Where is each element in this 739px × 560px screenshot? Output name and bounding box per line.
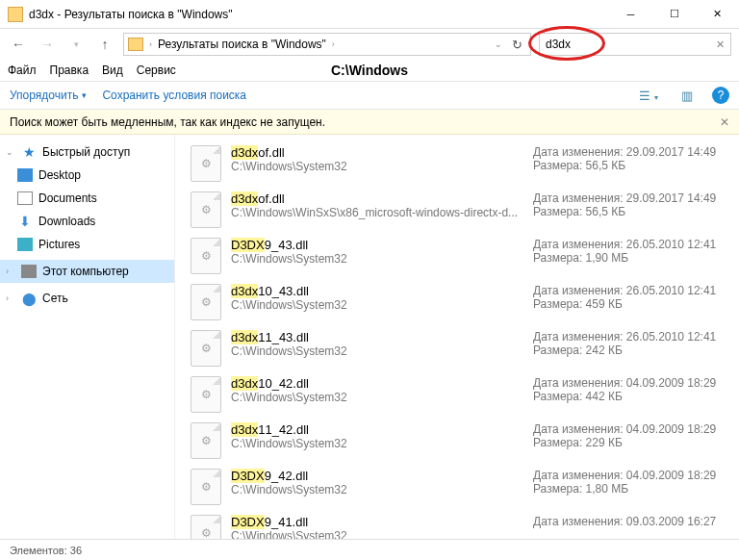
file-name: D3DX9_42.dll <box>231 469 523 483</box>
file-name: d3dx10_42.dll <box>231 376 523 391</box>
menu-edit[interactable]: Правка <box>50 64 89 77</box>
result-row[interactable]: ⚙d3dxof.dllC:\Windows\WinSxS\x86_microso… <box>191 187 735 233</box>
file-name: d3dxof.dll <box>231 191 523 206</box>
help-button[interactable]: ? <box>712 87 729 104</box>
file-path: C:\Windows\System32 <box>231 391 523 404</box>
file-path: C:\Windows\System32 <box>231 529 523 539</box>
file-name: d3dx11_42.dll <box>231 422 523 437</box>
status-count: Элементов: 36 <box>10 545 82 556</box>
results-list[interactable]: ⚙d3dxof.dllC:\Windows\System32Дата измен… <box>175 135 739 539</box>
file-icon: ⚙ <box>191 238 221 274</box>
result-row[interactable]: ⚙d3dx10_42.dllC:\Windows\System32Дата из… <box>191 371 735 418</box>
sidebar-downloads[interactable]: ⬇Downloads <box>0 210 174 233</box>
chevron-right-icon: › <box>332 39 335 49</box>
file-meta: Дата изменения: 09.03.2009 16:27 <box>533 515 735 528</box>
file-icon: ⚙ <box>191 330 221 367</box>
preview-pane-button[interactable]: ▥ <box>677 89 697 103</box>
file-path: C:\Windows\System32 <box>231 483 523 496</box>
file-name: d3dx10_43.dll <box>231 284 523 298</box>
file-meta: Дата изменения: 26.05.2010 12:41Размера:… <box>533 284 735 311</box>
folder-icon <box>8 7 23 22</box>
folder-icon <box>128 38 143 51</box>
info-close-button[interactable]: ✕ <box>720 115 729 129</box>
sidebar-documents[interactable]: Documents <box>0 187 174 210</box>
menu-view[interactable]: Вид <box>102 64 123 77</box>
sidebar-network[interactable]: ›⬤Сеть <box>0 287 174 310</box>
file-name: D3DX9_41.dll <box>231 515 523 529</box>
organize-button[interactable]: Упорядочить ▾ <box>10 89 87 102</box>
file-path: C:\Windows\System32 <box>231 160 523 173</box>
result-row[interactable]: ⚙d3dxof.dllC:\Windows\System32Дата измен… <box>191 140 735 187</box>
sidebar-desktop[interactable]: Desktop <box>0 164 174 187</box>
file-meta: Дата изменения: 29.09.2017 14:49Размера:… <box>533 191 735 218</box>
forward-button[interactable]: → <box>37 34 58 55</box>
maximize-button[interactable]: ☐ <box>652 1 696 28</box>
result-row[interactable]: ⚙d3dx11_43.dllC:\Windows\System32Дата из… <box>191 325 735 371</box>
address-dropdown[interactable]: ⌄ <box>495 39 502 49</box>
file-path: C:\Windows\WinSxS\x86_microsoft-windows-… <box>231 206 523 219</box>
file-icon: ⚙ <box>191 376 221 413</box>
file-path: C:\Windows\System32 <box>231 437 523 450</box>
search-input[interactable] <box>546 38 716 51</box>
file-meta: Дата изменения: 04.09.2009 18:29Размера:… <box>533 469 735 496</box>
file-name: d3dxof.dll <box>231 145 523 160</box>
window-title: d3dx - Результаты поиска в "Windows" <box>29 8 609 21</box>
file-meta: Дата изменения: 26.05.2010 12:41Размера:… <box>533 330 735 357</box>
address-bar[interactable]: › Результаты поиска в "Windows" › ⌄ ↻ <box>123 33 531 56</box>
sidebar-pictures[interactable]: Pictures <box>0 233 174 256</box>
file-name: d3dx11_43.dll <box>231 330 523 344</box>
save-search-button[interactable]: Сохранить условия поиска <box>102 89 246 102</box>
close-button[interactable]: ✕ <box>696 1 739 28</box>
file-path: C:\Windows\System32 <box>231 298 523 312</box>
view-details-button[interactable]: ☰ ▾ <box>635 89 662 103</box>
file-icon: ⚙ <box>191 284 221 320</box>
sidebar-quick-access[interactable]: ⌄★Быстрый доступ <box>0 140 174 164</box>
clear-search-button[interactable]: ✕ <box>716 38 725 51</box>
menu-file[interactable]: Файл <box>8 64 37 77</box>
file-meta: Дата изменения: 04.09.2009 18:29Размера:… <box>533 422 735 449</box>
file-icon: ⚙ <box>191 469 221 505</box>
file-path: C:\Windows\System32 <box>231 252 523 266</box>
file-icon: ⚙ <box>191 515 221 539</box>
result-row[interactable]: ⚙d3dx11_42.dllC:\Windows\System32Дата из… <box>191 418 735 464</box>
breadcrumb[interactable]: Результаты поиска в "Windows" <box>158 38 326 51</box>
file-path: C:\Windows\System32 <box>231 344 523 358</box>
file-meta: Дата изменения: 04.09.2009 18:29Размера:… <box>533 376 735 403</box>
result-row[interactable]: ⚙D3DX9_43.dllC:\Windows\System32Дата изм… <box>191 233 735 279</box>
file-meta: Дата изменения: 26.05.2010 12:41Размера:… <box>533 238 735 265</box>
result-row[interactable]: ⚙D3DX9_41.dllC:\Windows\System32Дата изм… <box>191 510 735 539</box>
up-button[interactable]: ↑ <box>94 34 115 55</box>
refresh-button[interactable]: ↻ <box>508 38 526 52</box>
back-button[interactable]: ← <box>8 34 29 55</box>
sidebar-this-pc[interactable]: ›Этот компьютер <box>0 260 174 283</box>
file-icon: ⚙ <box>191 422 221 459</box>
sidebar: ⌄★Быстрый доступ Desktop Documents ⬇Down… <box>0 135 175 539</box>
chevron-right-icon: › <box>149 39 152 49</box>
file-meta: Дата изменения: 29.09.2017 14:49Размера:… <box>533 145 735 172</box>
result-row[interactable]: ⚙d3dx10_43.dllC:\Windows\System32Дата из… <box>191 279 735 325</box>
file-icon: ⚙ <box>191 191 221 228</box>
menu-service[interactable]: Сервис <box>137 64 176 77</box>
minimize-button[interactable]: ─ <box>609 1 652 28</box>
file-icon: ⚙ <box>191 145 221 182</box>
path-heading: C:\Windows <box>331 63 408 78</box>
search-box[interactable]: ✕ <box>539 33 731 56</box>
file-name: D3DX9_43.dll <box>231 238 523 252</box>
recent-dropdown[interactable]: ▾ <box>65 34 87 55</box>
info-message: Поиск может быть медленным, так как инде… <box>10 115 325 129</box>
result-row[interactable]: ⚙D3DX9_42.dllC:\Windows\System32Дата изм… <box>191 464 735 510</box>
